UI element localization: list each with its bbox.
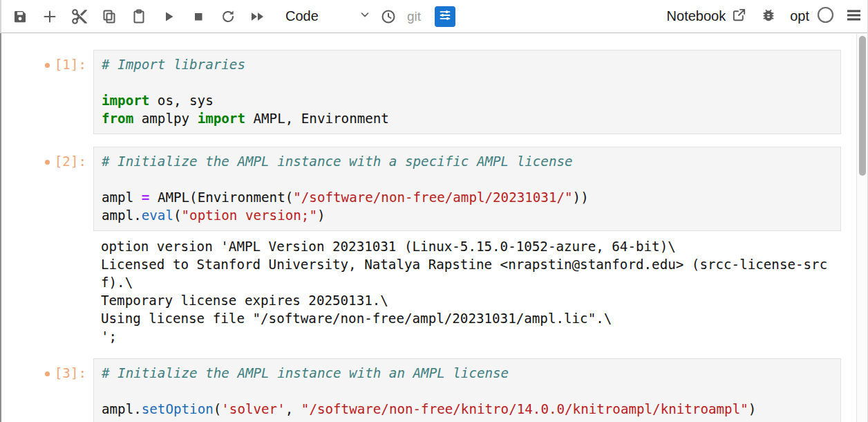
stop-button[interactable] (188, 6, 209, 27)
code-line: # Initialize the AMPL instance with a sp… (102, 153, 833, 171)
notebook-panel: [1]:# Import librariesimport os, sysfrom… (0, 34, 868, 422)
sliders-icon (438, 8, 452, 25)
cells: [1]:# Import librariesimport os, sysfrom… (0, 34, 856, 422)
code-input[interactable]: # Initialize the AMPL instance with a sp… (93, 147, 841, 231)
code-line: import os, sys (102, 92, 833, 110)
open-in-new-button[interactable] (731, 7, 747, 26)
execution-count: [2]: (55, 153, 86, 171)
code-line: ampl.eval("option version;") (102, 207, 833, 225)
add-cell-button[interactable] (39, 6, 60, 27)
code-line: # Initialize the AMPL instance with an A… (102, 365, 833, 383)
run-cell-button[interactable] (158, 6, 179, 27)
cut-cell-button[interactable] (69, 6, 90, 27)
kernel-status-circle-icon (816, 6, 835, 27)
save-button[interactable] (10, 6, 30, 27)
cell-prompt[interactable]: [1]: (0, 50, 93, 134)
scrollbar-thumb[interactable] (859, 36, 866, 176)
code-line (102, 383, 833, 401)
code-line: # Import libraries (102, 56, 833, 74)
code-input[interactable]: # Import librariesimport os, sysfrom amp… (93, 50, 841, 134)
code-line (102, 74, 833, 92)
run-all-button[interactable] (247, 6, 268, 27)
notebook-cell: [2]:# Initialize the AMPL instance with … (0, 147, 856, 346)
run-all-icon (249, 8, 267, 25)
paste-icon (131, 8, 147, 25)
notebook-toolbar: Code git Notebook (0, 0, 868, 33)
code-line: ampl.setOption('solver', "/software/non-… (102, 401, 833, 419)
history-button[interactable] (378, 6, 399, 27)
menu-button[interactable] (845, 7, 862, 26)
notebook-cell: [3]:# Initialize the AMPL instance with … (0, 358, 856, 422)
stop-icon (190, 8, 207, 25)
run-icon (160, 8, 177, 25)
execution-count: [1]: (55, 56, 86, 74)
copy-cell-button[interactable] (99, 6, 120, 27)
restart-kernel-button[interactable] (218, 6, 238, 27)
notebook-cell: [1]:# Import librariesimport os, sysfrom… (0, 50, 856, 134)
kernel-name-label: opt (790, 8, 809, 24)
chevron-down-icon (359, 8, 371, 24)
execution-count: [3]: (55, 365, 86, 383)
code-line: ampl = AMPL(Environment("/software/non-f… (102, 189, 833, 207)
kernel-status-indicator[interactable] (816, 6, 835, 27)
paste-cell-button[interactable] (129, 6, 149, 27)
scrollbar-track[interactable] (856, 34, 867, 422)
external-link-icon (731, 7, 747, 26)
sliders-button[interactable] (435, 6, 455, 27)
restart-icon (220, 8, 236, 25)
code-line: from amplpy import AMPL, Environment (102, 110, 833, 128)
add-icon (41, 8, 58, 25)
debugger-button[interactable] (761, 8, 776, 26)
bug-icon (761, 8, 776, 26)
prompt-dot-icon (45, 160, 50, 165)
cell-prompt[interactable]: [2]: (0, 147, 93, 231)
save-icon (12, 8, 28, 25)
notebook-type-label: Notebook (667, 8, 726, 24)
cell-output: option version 'AMPL Version 20231031 (L… (93, 238, 856, 346)
code-line (102, 171, 833, 189)
clock-icon (380, 8, 397, 25)
git-label: git (407, 9, 421, 24)
prompt-dot-icon (45, 63, 50, 68)
cell-type-select[interactable]: Code (285, 8, 371, 24)
cell-prompt[interactable]: [3]: (0, 358, 93, 422)
window-left-edge (0, 33, 1, 422)
hamburger-icon (845, 7, 862, 26)
code-input[interactable]: # Initialize the AMPL instance with an A… (93, 358, 841, 422)
cell-type-label: Code (285, 8, 319, 24)
window-left-edge-top (0, 0, 1, 33)
copy-icon (101, 8, 117, 25)
cut-icon (70, 8, 88, 26)
prompt-dot-icon (45, 371, 50, 376)
